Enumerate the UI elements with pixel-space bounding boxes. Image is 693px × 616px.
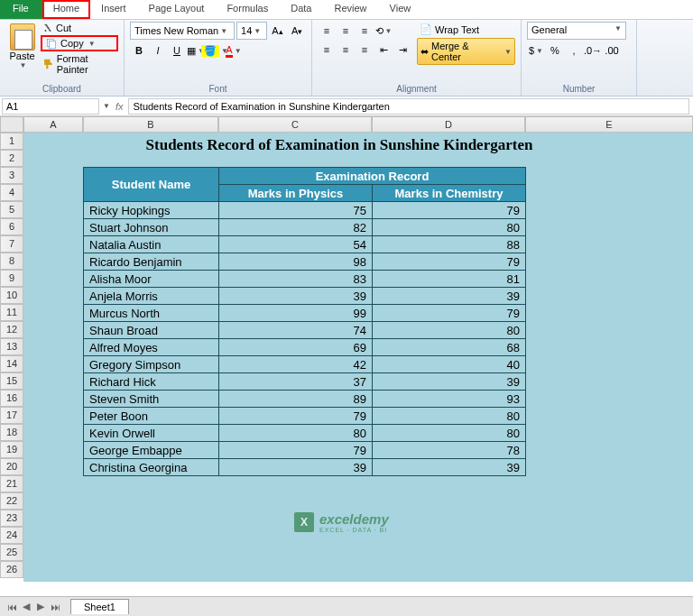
table-row[interactable]: Anjela Morris3939 (84, 288, 526, 305)
cell-physics[interactable]: 98 (219, 253, 373, 271)
formula-bar[interactable]: Students Record of Examination in Sunshi… (128, 98, 689, 115)
align-top-button[interactable]: ≡ (318, 22, 336, 40)
bold-button[interactable]: B (130, 41, 148, 60)
cell-chemistry[interactable]: 80 (373, 425, 526, 442)
col-header-B[interactable]: B (83, 116, 218, 133)
align-center-button[interactable]: ≡ (337, 41, 355, 59)
cell-name[interactable]: Stuart Johnson (84, 219, 219, 236)
cell-physics[interactable]: 75 (219, 202, 373, 219)
font-size-select[interactable]: 14▼ (236, 22, 267, 40)
align-left-button[interactable]: ≡ (318, 41, 336, 59)
row-header-7[interactable]: 7 (0, 235, 23, 253)
table-row[interactable]: Christina Georgina3939 (84, 459, 526, 476)
tab-data[interactable]: Data (280, 0, 323, 19)
number-format-select[interactable]: General▼ (527, 22, 626, 40)
cell-name[interactable]: Peter Boon (84, 408, 219, 425)
cell-physics[interactable]: 83 (219, 271, 373, 288)
tab-nav-prev[interactable]: ◀ (20, 601, 32, 613)
cell-chemistry[interactable]: 80 (373, 322, 526, 339)
select-all-corner[interactable] (0, 116, 23, 133)
cell-name[interactable]: Steven Smith (84, 391, 219, 408)
orientation-button[interactable]: ⟲▼ (374, 22, 393, 40)
table-row[interactable]: Ricardo Benjamin9879 (84, 253, 526, 271)
fx-icon[interactable]: fx (116, 101, 124, 112)
align-middle-button[interactable]: ≡ (337, 22, 355, 40)
align-right-button[interactable]: ≡ (356, 41, 374, 59)
cell-name[interactable]: Shaun Broad (84, 322, 219, 339)
tab-pagelayout[interactable]: Page Layout (138, 0, 217, 19)
decrease-decimal-button[interactable]: .00 (603, 41, 621, 60)
row-header-6[interactable]: 6 (0, 218, 23, 235)
col-header-D[interactable]: D (372, 116, 525, 133)
col-header-E[interactable]: E (525, 116, 693, 133)
cell-chemistry[interactable]: 40 (373, 356, 526, 373)
currency-button[interactable]: $▼ (527, 41, 545, 60)
font-name-select[interactable]: Times New Roman▼ (130, 22, 235, 40)
table-row[interactable]: Stuart Johnson8280 (84, 219, 526, 236)
increase-decimal-button[interactable]: .0→ (584, 41, 602, 60)
row-header-5[interactable]: 5 (0, 201, 23, 218)
cell-chemistry[interactable]: 79 (373, 305, 526, 322)
tab-review[interactable]: Review (323, 0, 378, 19)
namebox-dropdown[interactable]: ▼ (103, 102, 110, 110)
cell-name[interactable]: Richard Hick (84, 373, 219, 391)
decrease-indent-button[interactable]: ⇤ (374, 41, 393, 59)
cell-name[interactable]: George Embappe (84, 442, 219, 459)
cell-name[interactable]: Natalia Austin (84, 236, 219, 253)
fill-color-button[interactable]: 🪣▼ (206, 41, 224, 60)
tab-file[interactable]: File (0, 0, 42, 19)
cell-physics[interactable]: 99 (219, 305, 373, 322)
row-header-21[interactable]: 21 (0, 475, 23, 492)
cell-physics[interactable]: 42 (219, 356, 373, 373)
col-header-C[interactable]: C (218, 116, 372, 133)
sheet-content[interactable]: Students Record of Examination in Sunshi… (23, 133, 693, 582)
table-row[interactable]: Gregory Simpson4240 (84, 356, 526, 373)
table-row[interactable]: Shaun Broad7480 (84, 322, 526, 339)
row-header-23[interactable]: 23 (0, 510, 23, 527)
cell-name[interactable]: Anjela Morris (84, 288, 219, 305)
row-header-24[interactable]: 24 (0, 527, 23, 544)
table-row[interactable]: Steven Smith8993 (84, 391, 526, 408)
cell-chemistry[interactable]: 88 (373, 236, 526, 253)
cut-button[interactable]: Cut (41, 22, 118, 34)
table-row[interactable]: Natalia Austin5488 (84, 236, 526, 253)
row-header-25[interactable]: 25 (0, 544, 23, 561)
row-header-15[interactable]: 15 (0, 372, 23, 390)
cell-chemistry[interactable]: 79 (373, 202, 526, 219)
underline-button[interactable]: U (168, 41, 186, 60)
cell-chemistry[interactable]: 79 (373, 253, 526, 271)
cell-chemistry[interactable]: 80 (373, 219, 526, 236)
cell-physics[interactable]: 39 (219, 459, 373, 476)
tab-nav-last[interactable]: ⏭ (49, 601, 61, 613)
row-header-19[interactable]: 19 (0, 441, 23, 458)
cell-chemistry[interactable]: 78 (373, 442, 526, 459)
cell-physics[interactable]: 69 (219, 339, 373, 356)
cell-physics[interactable]: 89 (219, 391, 373, 408)
tab-home[interactable]: Home (42, 0, 90, 19)
italic-button[interactable]: I (149, 41, 167, 60)
tab-nav-first[interactable]: ⏮ (5, 601, 18, 613)
cell-physics[interactable]: 39 (219, 288, 373, 305)
cell-chemistry[interactable]: 81 (373, 271, 526, 288)
comma-button[interactable]: , (565, 41, 583, 60)
cell-name[interactable]: Christina Georgina (84, 459, 219, 476)
copy-button[interactable]: Copy ▼ (41, 35, 118, 51)
cell-chemistry[interactable]: 39 (373, 288, 526, 305)
cell-name[interactable]: Ricky Hopkings (84, 202, 219, 219)
tab-insert[interactable]: Insert (90, 0, 138, 19)
name-box[interactable]: A1 (2, 98, 99, 115)
row-header-1[interactable]: 1 (0, 133, 23, 150)
table-row[interactable]: Peter Boon7980 (84, 408, 526, 425)
cell-chemistry[interactable]: 39 (373, 459, 526, 476)
table-row[interactable]: Murcus North9979 (84, 305, 526, 322)
increase-indent-button[interactable]: ⇥ (393, 41, 411, 59)
cell-chemistry[interactable]: 93 (373, 391, 526, 408)
row-header-9[interactable]: 9 (0, 270, 23, 287)
row-header-14[interactable]: 14 (0, 355, 23, 372)
merge-center-button[interactable]: ⬌Merge & Center▼ (417, 38, 515, 65)
table-row[interactable]: George Embappe7978 (84, 442, 526, 459)
cell-chemistry[interactable]: 80 (373, 408, 526, 425)
cell-name[interactable]: Kevin Orwell (84, 425, 219, 442)
row-header-11[interactable]: 11 (0, 304, 23, 321)
row-header-2[interactable]: 2 (0, 150, 23, 167)
